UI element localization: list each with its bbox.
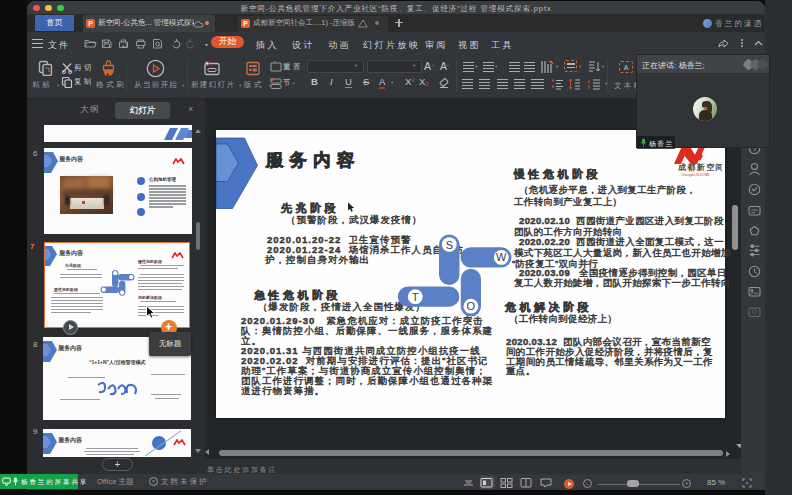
svg-text:成都新空间: 成都新空间 — [677, 162, 722, 172]
svg-text:T: T — [412, 291, 419, 303]
svg-text:Chengdu N-ZONE: Chengdu N-ZONE — [681, 173, 710, 177]
svg-text:W: W — [496, 251, 507, 263]
svg-text:S: S — [446, 239, 453, 251]
svg-text:O: O — [467, 300, 476, 312]
